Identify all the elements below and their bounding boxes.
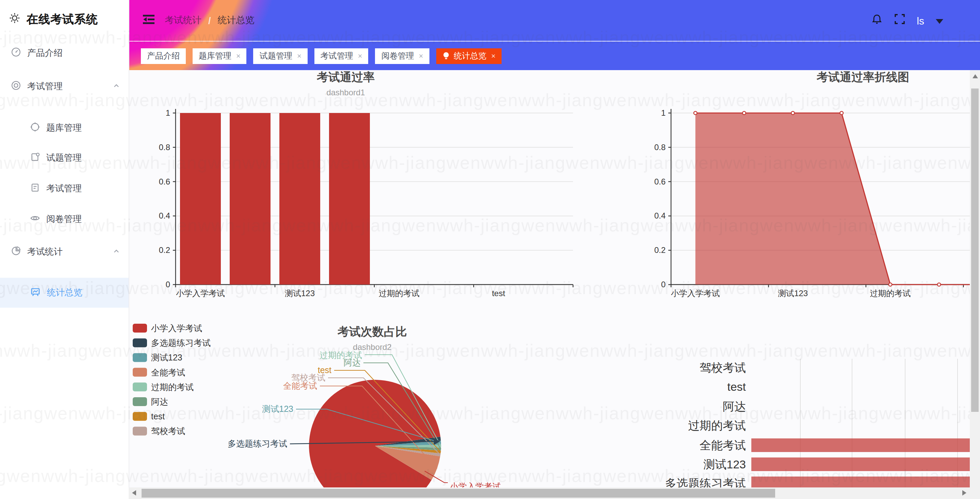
legend-label: 阿达 (151, 397, 168, 407)
sidebar-group-exam-statistics[interactable]: 考试统计 (0, 237, 129, 267)
bulb-icon (442, 52, 450, 61)
bell-icon[interactable] (871, 13, 883, 27)
app-title: 在线考试系统 (27, 11, 98, 27)
close-icon[interactable]: × (358, 53, 363, 60)
tab-stats-overview[interactable]: 统计总览 × (436, 48, 502, 64)
data-point (743, 111, 746, 115)
horizontal-scrollbar-thumb[interactable] (142, 489, 775, 497)
hbar-label: 过期的考试 (688, 419, 746, 432)
sidebar-item-label: 考试管理 (27, 80, 63, 92)
close-icon[interactable]: × (419, 53, 423, 60)
tab-questions[interactable]: 试题管理 × (253, 48, 308, 64)
sidebar-item-label: 统计总览 (47, 287, 82, 299)
sidebar-item-question-bank[interactable]: 题库管理 (0, 113, 129, 143)
svg-text:0.6: 0.6 (159, 177, 170, 186)
caret-down-icon[interactable] (936, 14, 943, 27)
tab-grading[interactable]: 阅卷管理 × (375, 48, 430, 64)
tab-label: 考试管理 (321, 50, 353, 62)
svg-text:0.6: 0.6 (654, 177, 666, 186)
area-fill (695, 113, 970, 285)
breadcrumb-parent[interactable]: 考试统计 (165, 14, 202, 27)
svg-text:测试123: 测试123 (285, 289, 315, 298)
legend-swatch (133, 383, 147, 391)
legend-label: 全能考试 (151, 368, 185, 377)
charts-canvas: 考试通过率dashbord100.20.40.60.81小学入学考试测试123过… (129, 70, 970, 488)
hbar-label: test (727, 380, 746, 393)
breadcrumb-current: 统计总览 (218, 14, 255, 27)
scroll-up-arrow[interactable] (972, 74, 978, 78)
bar (751, 438, 970, 452)
legend-label: 驾校考试 (151, 426, 185, 436)
svg-text:0: 0 (661, 280, 666, 289)
vertical-scrollbar[interactable] (970, 70, 980, 499)
chart-subtitle: dashbord1 (326, 88, 365, 97)
tab-label: 产品介绍 (147, 50, 180, 62)
horizontal-scrollbar[interactable] (129, 488, 970, 499)
legend-swatch (133, 427, 147, 435)
svg-text:过期的考试: 过期的考试 (379, 289, 420, 298)
scrollbar-corner (970, 488, 980, 499)
breadcrumb-row: 考试统计 / 统计总览 ls (129, 0, 980, 41)
sidebar-item-grading-management[interactable]: 阅卷管理 (0, 204, 129, 234)
fullscreen-icon[interactable] (894, 14, 905, 27)
data-point (840, 111, 843, 115)
legend-label: 小学入学考试 (151, 324, 202, 333)
legend-swatch (133, 412, 147, 421)
legend-label: 多选题练习考试 (151, 338, 211, 348)
tab-bar: 产品介绍 题库管理 × 试题管理 × 考试管理 × 阅卷管理 × (141, 48, 501, 64)
hbar-chart: 驾校考试test阿达过期的考试全能考试测试123多选题练习考试 (665, 359, 970, 488)
scroll-right-arrow[interactable] (962, 490, 966, 495)
bar (751, 458, 970, 471)
vertical-scrollbar-thumb[interactable] (971, 89, 978, 412)
tab-question-bank[interactable]: 题库管理 × (192, 48, 247, 64)
sidebar-item-product-intro[interactable]: 产品介绍 (0, 38, 129, 68)
sidebar-item-label: 试题管理 (46, 152, 82, 164)
sidebar-item-question-management[interactable]: 试题管理 (0, 143, 129, 173)
app-root: 在线考试系统 产品介绍 考试管理 (0, 0, 980, 499)
svg-text:0.8: 0.8 (159, 143, 170, 152)
bar (180, 113, 221, 285)
doc-badge-icon (30, 152, 40, 164)
legend-label: 过期的考试 (151, 382, 194, 392)
sidebar-item-label: 阅卷管理 (46, 213, 82, 225)
sidebar-item-exam-management[interactable]: 考试管理 (0, 174, 129, 204)
hbar-label: 全能考试 (700, 439, 746, 452)
svg-text:0.8: 0.8 (654, 143, 666, 152)
sidebar-item-stats-overview[interactable]: 统计总览 (0, 278, 129, 308)
user-name[interactable]: ls (917, 14, 924, 26)
pie-label: 阿达 (344, 358, 361, 367)
close-icon[interactable]: × (236, 53, 240, 60)
close-icon[interactable]: × (492, 53, 496, 60)
data-point (694, 111, 697, 115)
bar (279, 113, 320, 285)
pie-label: 测试123 (262, 404, 293, 414)
close-icon[interactable]: × (297, 53, 301, 60)
pie-chart: 考试次数占比dashbord2小学入学考试多选题练习考试测试123全能考试过期的… (133, 324, 501, 488)
tab-exam-management[interactable]: 考试管理 × (314, 48, 369, 64)
menu-fold-icon[interactable] (142, 14, 155, 27)
bar (230, 113, 270, 285)
data-point (791, 111, 795, 115)
sidebar-group-exam-management[interactable]: 考试管理 (0, 72, 129, 101)
lifebuoy-icon (11, 80, 21, 92)
scroll-left-arrow[interactable] (132, 490, 136, 495)
aim-icon (30, 122, 40, 134)
svg-text:小学入学考试: 小学入学考试 (671, 289, 720, 298)
svg-text:0.2: 0.2 (159, 246, 170, 255)
svg-text:test: test (492, 289, 505, 298)
hbar-label: 阿达 (723, 400, 746, 413)
legend-swatch (133, 324, 147, 333)
breadcrumb: 考试统计 / 统计总览 (129, 14, 255, 27)
svg-text:1: 1 (166, 108, 170, 118)
chart-title: 考试次数占比 (337, 325, 407, 338)
svg-text:0: 0 (166, 280, 170, 289)
header-banner: 考试统计 / 统计总览 ls (129, 0, 980, 70)
svg-text:小学入学考试: 小学入学考试 (176, 289, 225, 298)
bar (751, 477, 970, 488)
bar-chart: 考试通过率dashbord100.20.40.60.81小学入学考试测试123过… (159, 70, 573, 298)
doc-lines-icon (30, 182, 40, 195)
pie-label: 小学入学考试 (450, 481, 501, 488)
tab-label: 题库管理 (199, 50, 231, 62)
svg-text:0.4: 0.4 (654, 211, 666, 220)
tab-product-intro[interactable]: 产品介绍 (141, 48, 186, 64)
